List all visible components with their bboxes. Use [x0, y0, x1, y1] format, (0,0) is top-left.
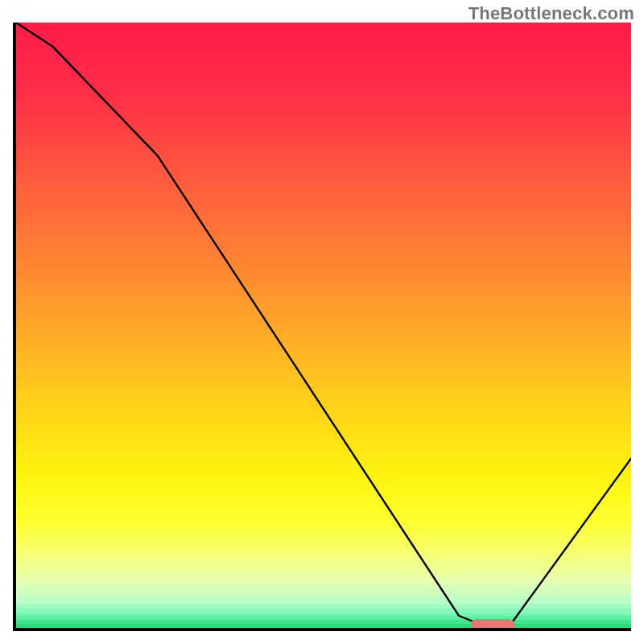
plot-area: [13, 23, 631, 631]
bottleneck-chart: TheBottleneck.com: [0, 0, 644, 644]
watermark-text: TheBottleneck.com: [469, 3, 634, 24]
optimal-marker: [471, 619, 514, 630]
curve-line: [16, 23, 631, 628]
